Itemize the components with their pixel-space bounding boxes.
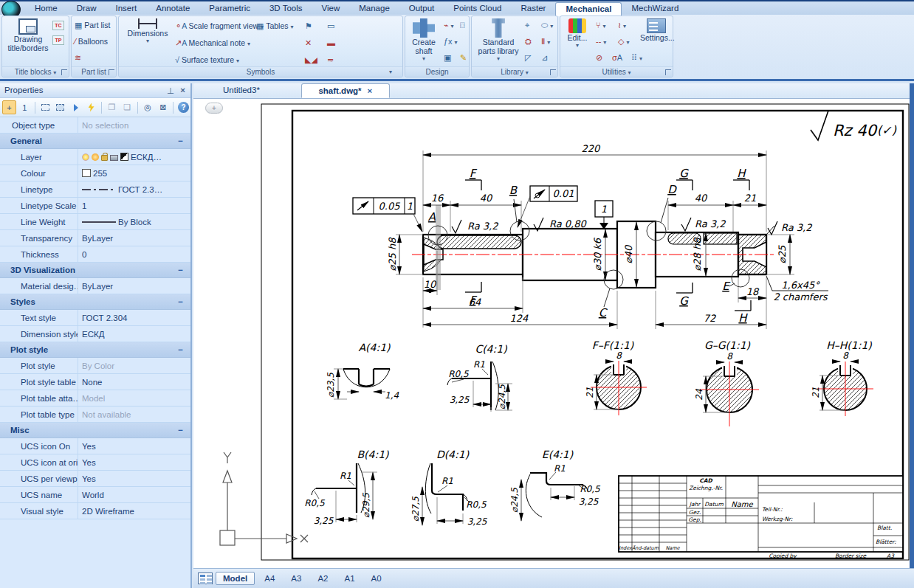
prop-value[interactable]: None xyxy=(78,374,190,390)
grid-boxes-button[interactable]: ⠿ ▾ xyxy=(631,53,642,63)
prop-value[interactable]: 0 xyxy=(78,246,190,262)
surface-texture-button[interactable]: √ Surface texture ▾ xyxy=(175,55,239,64)
dropdown-icon[interactable]: ▾ xyxy=(53,69,56,76)
selection-grip[interactable] xyxy=(436,205,441,290)
section-styles[interactable]: Styles− xyxy=(0,294,190,310)
tables-button[interactable]: ▦ Tables ▾ xyxy=(256,21,293,31)
layer-freeze-icon[interactable] xyxy=(92,153,99,161)
layout-tab-a0[interactable]: A0 xyxy=(365,573,388,584)
pin-icon[interactable]: ⊥ xyxy=(167,86,174,96)
part-file-button[interactable]: ⛭ xyxy=(525,37,532,46)
hatch-button[interactable]: ⊘ xyxy=(596,53,602,63)
edit-button[interactable]: Edit... ▾ xyxy=(562,18,593,49)
prop-value[interactable]: ByLayer xyxy=(78,278,190,294)
screw-connection-button[interactable]: ⌁ ▾ xyxy=(444,21,454,30)
break-line-button[interactable]: ⑂ ▾ xyxy=(596,21,606,30)
prop-value[interactable]: Yes xyxy=(78,454,190,470)
collapse-icon[interactable]: − xyxy=(178,345,190,354)
weld-symbol-button[interactable]: ◣◢ xyxy=(305,55,317,65)
doc-tab-untitled3[interactable]: Untitled3* xyxy=(210,83,273,98)
collapse-icon[interactable]: − xyxy=(178,426,190,435)
cylinder-button[interactable]: ⌼ xyxy=(460,21,465,30)
layer-on-icon[interactable] xyxy=(82,153,89,161)
section-3d-visualization[interactable]: 3D Visualization− xyxy=(0,263,190,278)
select-one-button[interactable]: 1 xyxy=(18,100,32,114)
ruler-symbol-button[interactable]: ▬ xyxy=(327,38,335,47)
rack-symbol-button[interactable]: ▭ xyxy=(327,21,334,31)
layout-tab-a4[interactable]: A4 xyxy=(258,573,281,584)
section-misc[interactable]: Misc− xyxy=(0,423,190,438)
settings-button[interactable]: Settings... xyxy=(640,18,673,42)
drawing-title-borders-button[interactable]: Drawing title/borders xyxy=(5,18,51,52)
layer-plot-icon[interactable] xyxy=(110,155,118,161)
insert-part-button[interactable]: ⌖ xyxy=(525,21,529,30)
dropdown-icon[interactable]: ▾ xyxy=(628,69,631,76)
layout-tab-a2[interactable]: A2 xyxy=(311,573,334,584)
color-swatch[interactable] xyxy=(82,169,91,177)
multi-balloons-button[interactable]: ≋ xyxy=(75,53,81,63)
mechanical-note-button[interactable]: ↗A Mechanical note ▾ xyxy=(175,38,250,48)
help-button[interactable]: ? xyxy=(176,100,190,114)
o-a-button[interactable]: σA xyxy=(612,53,622,62)
layer-color-swatch[interactable] xyxy=(120,153,128,161)
part-list-button[interactable]: ▦ Part list xyxy=(75,21,110,30)
prop-value[interactable]: Yes xyxy=(78,471,190,486)
layout-tab-a1[interactable]: A1 xyxy=(337,573,361,584)
deselect-button[interactable]: ⊠ xyxy=(156,100,170,114)
section-general[interactable]: General− xyxy=(0,134,190,149)
prop-value-layer[interactable]: ЕСКД… xyxy=(78,149,190,165)
select-objects-button[interactable] xyxy=(38,100,52,114)
ellipse-tool-button[interactable]: ⬭ ▾ xyxy=(541,21,553,30)
dialog-launcher-icon[interactable] xyxy=(61,69,67,75)
tp-table-icon[interactable]: TP xyxy=(52,35,64,45)
collapse-icon[interactable]: − xyxy=(178,297,190,306)
rhombus-button[interactable]: ◇ ▾ xyxy=(618,37,629,46)
balloons-button[interactable]: ⁄ Balloons xyxy=(75,37,108,46)
prop-value-colour[interactable]: 255 xyxy=(78,165,190,181)
chain-button[interactable]: ▣ xyxy=(444,53,451,63)
a-flag-button[interactable]: ⊿ xyxy=(541,53,548,63)
standard-parts-library-button[interactable]: Standard parts library ▾ xyxy=(475,18,522,62)
prop-value-linetype[interactable]: ГОСТ 2.3… xyxy=(78,181,190,197)
create-shaft-button[interactable]: Create shaft ▾ xyxy=(407,18,441,62)
tc-table-icon[interactable]: TC xyxy=(52,21,64,30)
layout-tab-model[interactable]: Model xyxy=(216,572,255,585)
drawing-canvas[interactable]: Rz 40 (✓) xyxy=(193,99,914,570)
dialog-launcher-icon[interactable] xyxy=(665,69,671,75)
centerline-button[interactable]: -- ▾ xyxy=(596,37,606,46)
prop-value[interactable]: ЕСКД xyxy=(78,326,190,342)
marking-pen-button[interactable]: ✕ xyxy=(305,38,312,48)
shaft-calc-button[interactable]: ƒx ▾ xyxy=(444,37,458,46)
leader-a-button[interactable]: ⚑ xyxy=(305,21,312,31)
dialog-launcher-icon[interactable] xyxy=(550,69,556,75)
squiggle-button[interactable]: ≀ ▾ xyxy=(618,21,626,30)
prop-value[interactable]: Yes xyxy=(78,438,190,454)
flip-selection-button[interactable] xyxy=(69,100,83,114)
prop-value[interactable]: 2D Wireframe xyxy=(78,503,190,519)
prop-value[interactable]: World xyxy=(78,487,190,502)
scale-fragment-view-button[interactable]: ⚬A Scale fragment view ▾ xyxy=(175,21,264,31)
dropdown-icon[interactable]: ▾ xyxy=(526,69,529,76)
dimensions-button[interactable]: Dimensions ▾ xyxy=(125,18,171,44)
close-icon[interactable]: × xyxy=(180,86,185,94)
collapse-icon[interactable]: − xyxy=(178,266,190,274)
filter-button[interactable] xyxy=(84,100,98,114)
quick-select-plus-button[interactable]: + xyxy=(2,100,16,114)
collapse-icon[interactable]: − xyxy=(178,136,190,145)
prop-value[interactable]: 1 xyxy=(78,198,190,213)
layout-list-icon[interactable] xyxy=(198,573,213,584)
close-tab-icon[interactable]: × xyxy=(368,86,373,97)
select-circle-button[interactable]: ◎ xyxy=(141,100,155,114)
stack-symbol-button[interactable]: ≂ xyxy=(327,55,334,65)
dialog-launcher-icon[interactable] xyxy=(109,69,114,75)
ibeam-button[interactable]: Ⅱ ▾ xyxy=(541,37,550,46)
select-window-button[interactable] xyxy=(53,100,67,114)
layout-tab-a3[interactable]: A3 xyxy=(284,573,308,584)
section-plot-style[interactable]: Plot style− xyxy=(0,342,190,358)
prop-value[interactable]: ByLayer xyxy=(78,230,190,246)
measure-pencil-button[interactable]: ✎ xyxy=(460,53,467,63)
doc-tab-shaft[interactable]: shaft.dwg*× xyxy=(301,83,390,98)
prop-value[interactable]: ГОСТ 2.304 xyxy=(78,310,190,325)
layer-lock-icon[interactable] xyxy=(101,155,108,161)
protractor-button[interactable]: ◸ xyxy=(525,53,531,63)
